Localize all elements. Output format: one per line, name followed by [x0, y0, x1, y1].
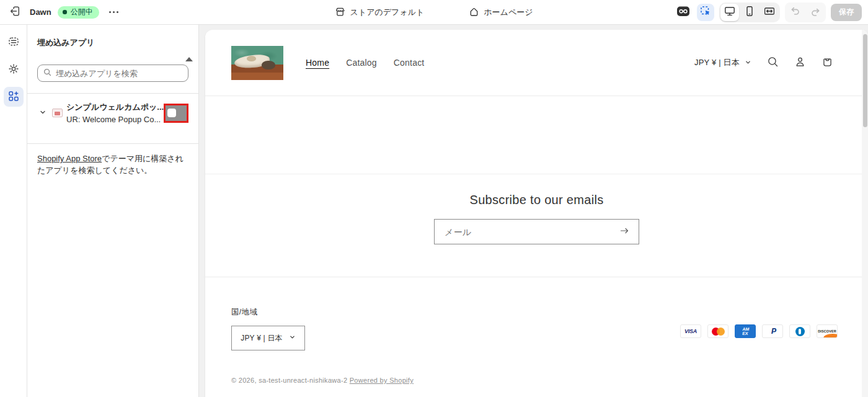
- status-badge: 公開中: [58, 6, 99, 19]
- browser-glasses-icon: [676, 5, 690, 19]
- undo-icon: [789, 5, 802, 19]
- country-label: 国/地域: [231, 307, 838, 318]
- exit-editor-button[interactable]: [6, 4, 24, 21]
- editor-icon-rail: [0, 25, 27, 397]
- arrow-right-icon: [619, 225, 630, 238]
- fullwidth-view-button[interactable]: [760, 4, 779, 21]
- more-actions-button[interactable]: [105, 4, 123, 21]
- search-icon: [767, 56, 779, 69]
- desktop-view-button[interactable]: [720, 4, 739, 21]
- store-default-selector[interactable]: ストアのデフォルト: [330, 3, 430, 22]
- section-select-tool-button[interactable]: [697, 4, 714, 21]
- locale-selector[interactable]: JPY ¥ | 日本: [694, 57, 751, 68]
- app-embed-toggle[interactable]: [166, 105, 187, 121]
- undo-redo-group: [785, 2, 826, 22]
- chevron-down-icon: [289, 334, 296, 342]
- device-preview-segmented-control: [719, 2, 780, 22]
- desktop-icon: [724, 5, 736, 19]
- preview-scrollbar-track: [862, 30, 868, 397]
- sidebar-item-theme-settings[interactable]: [4, 60, 24, 79]
- mastercard-icon: [707, 324, 728, 338]
- storefront-nav: Home Catalog Contact: [306, 58, 424, 68]
- nav-link-catalog[interactable]: Catalog: [346, 58, 377, 68]
- selection-cursor-icon: [699, 5, 712, 19]
- visa-icon: VISA: [680, 324, 701, 338]
- account-button[interactable]: [794, 56, 806, 69]
- app-embed-search[interactable]: [37, 65, 188, 82]
- storefront-footer: 国/地域 JPY ¥ | 日本 VISA AMEX P P: [205, 277, 868, 397]
- newsletter-heading: Subscribe to our emails: [470, 193, 604, 207]
- save-button[interactable]: 保存: [831, 4, 862, 21]
- editor-topbar: Dawn 公開中 ストアのデフォルト: [0, 0, 868, 25]
- exit-icon: [9, 5, 21, 19]
- redo-button[interactable]: [806, 4, 825, 21]
- page-selector[interactable]: ホームページ: [464, 3, 538, 22]
- email-signup-field: [434, 219, 639, 244]
- collapse-panel-arrow-icon[interactable]: [185, 57, 193, 61]
- status-dot-icon: [63, 10, 67, 14]
- app-embeds-icon: [7, 90, 20, 104]
- chevron-down-icon: [745, 58, 751, 68]
- discover-icon: DISCOVER: [817, 324, 838, 338]
- cart-button[interactable]: [821, 56, 833, 69]
- storefront-header: Home Catalog Contact JPY ¥ | 日本: [205, 30, 868, 96]
- mobile-icon: [743, 5, 756, 19]
- copyright-text: © 2026, sa-test-unreact-nishikawa-2 Powe…: [231, 377, 838, 384]
- ellipsis-icon: [109, 11, 118, 13]
- nav-link-contact[interactable]: Contact: [394, 58, 425, 68]
- app-icon: [52, 109, 63, 117]
- bag-icon: [822, 56, 833, 69]
- search-icon: [43, 68, 52, 79]
- app-embed-title: シンプルウェルカムポッ...: [66, 102, 160, 113]
- app-embed-row: シンプルウェルカムポッ... UR: Welcome Popup Co...: [37, 94, 188, 132]
- powered-by-shopify-link[interactable]: Powered by Shopify: [350, 377, 414, 384]
- sections-icon: [7, 35, 20, 50]
- mobile-view-button[interactable]: [740, 4, 759, 21]
- divider: [27, 143, 198, 144]
- amex-icon: AMEX: [735, 324, 756, 338]
- store-logo-image[interactable]: [231, 46, 283, 80]
- search-input[interactable]: [56, 69, 183, 78]
- empty-banner-section: [205, 96, 868, 174]
- email-submit-button[interactable]: [614, 221, 635, 243]
- redo-icon: [809, 6, 822, 19]
- country-selector[interactable]: JPY ¥ | 日本: [231, 326, 305, 350]
- undo-button[interactable]: [786, 4, 805, 21]
- chevron-down-icon: [39, 109, 46, 118]
- nav-link-home[interactable]: Home: [306, 58, 329, 68]
- theme-name: Dawn: [30, 7, 51, 17]
- expand-app-button[interactable]: [37, 107, 48, 118]
- sidebar-item-sections[interactable]: [4, 32, 24, 52]
- person-icon: [794, 56, 806, 69]
- gear-icon: [7, 63, 20, 77]
- preview-scrollbar-thumb[interactable]: [863, 34, 867, 127]
- email-input[interactable]: [445, 227, 614, 237]
- toggle-knob: [167, 109, 176, 117]
- home-icon: [469, 7, 479, 19]
- preview-inspector-button[interactable]: [675, 4, 692, 21]
- shopify-app-store-link[interactable]: Shopify App Store: [37, 154, 102, 163]
- app-embed-subtitle: UR: Welcome Popup Co...: [66, 115, 160, 124]
- annotation-highlight: [164, 104, 188, 123]
- sidebar-item-app-embeds[interactable]: [4, 87, 24, 107]
- newsletter-section: Subscribe to our emails: [205, 174, 868, 277]
- app-embeds-panel: 埋め込みアプリ シンプルウェルカムポッ... UR: Welcome Popup…: [27, 25, 199, 397]
- paypal-icon: P P: [762, 324, 783, 338]
- storefront-search-button[interactable]: [766, 56, 779, 69]
- payment-icons-row: VISA AMEX P P DISCOVER: [680, 324, 838, 338]
- diners-club-icon: [789, 324, 810, 338]
- storefront-icon: [335, 7, 345, 19]
- panel-title: 埋め込みアプリ: [37, 37, 188, 48]
- app-store-help-text: Shopify App Storeでテーマ用に構築されたアプリを検索してください…: [37, 153, 188, 176]
- fullwidth-icon: [763, 5, 776, 19]
- theme-preview-frame: Home Catalog Contact JPY ¥ | 日本: [205, 30, 868, 397]
